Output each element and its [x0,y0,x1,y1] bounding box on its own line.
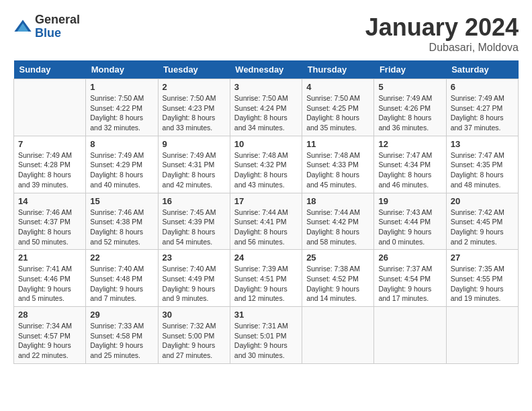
calendar-cell: 16 Sunrise: 7:45 AMSunset: 4:39 PMDaylig… [158,193,230,250]
day-info: Sunrise: 7:41 AMSunset: 4:46 PMDaylight:… [18,264,81,304]
day-info: Sunrise: 7:49 AMSunset: 4:27 PMDaylight:… [451,93,514,133]
day-info: Sunrise: 7:46 AMSunset: 4:37 PMDaylight:… [18,208,81,247]
day-info: Sunrise: 7:32 AMSunset: 5:00 PMDaylight:… [163,321,226,361]
weekday-header: Monday [86,60,158,79]
day-info: Sunrise: 7:40 AMSunset: 4:48 PMDaylight:… [90,264,153,304]
calendar-cell: 2 Sunrise: 7:50 AMSunset: 4:23 PMDayligh… [158,79,230,136]
calendar-cell [446,307,518,364]
calendar-cell [374,307,446,364]
logo-blue: Blue [35,27,80,40]
day-number: 5 [378,82,441,92]
day-info: Sunrise: 7:34 AMSunset: 4:57 PMDaylight:… [18,321,81,361]
calendar-week-row: 1 Sunrise: 7:50 AMSunset: 4:22 PMDayligh… [14,79,519,136]
weekday-header: Friday [374,60,446,79]
title-area: January 2024 Dubasari, Moldova [365,13,519,54]
calendar-cell: 15 Sunrise: 7:46 AMSunset: 4:38 PMDaylig… [86,193,158,250]
calendar-cell: 11 Sunrise: 7:48 AMSunset: 4:33 PMDaylig… [302,136,374,193]
day-number: 30 [163,310,226,320]
day-number: 7 [18,139,81,149]
day-info: Sunrise: 7:49 AMSunset: 4:26 PMDaylight:… [378,93,441,133]
calendar-cell: 30 Sunrise: 7:32 AMSunset: 5:00 PMDaylig… [158,307,230,364]
day-info: Sunrise: 7:35 AMSunset: 4:55 PMDaylight:… [451,264,514,304]
day-number: 25 [306,253,369,263]
day-info: Sunrise: 7:48 AMSunset: 4:33 PMDaylight:… [306,150,369,190]
day-number: 1 [90,82,153,92]
calendar-cell: 7 Sunrise: 7:49 AMSunset: 4:28 PMDayligh… [14,136,86,193]
day-info: Sunrise: 7:44 AMSunset: 4:41 PMDaylight:… [234,208,298,247]
page-header: General Blue January 2024 Dubasari, Mold… [13,13,519,54]
day-number: 20 [451,196,514,206]
weekday-header: Wednesday [230,60,302,79]
day-info: Sunrise: 7:47 AMSunset: 4:34 PMDaylight:… [378,150,441,190]
day-number: 26 [378,253,441,263]
calendar-cell: 17 Sunrise: 7:44 AMSunset: 4:41 PMDaylig… [230,193,302,250]
calendar-cell [302,307,374,364]
calendar-cell: 20 Sunrise: 7:42 AMSunset: 4:45 PMDaylig… [446,193,518,250]
calendar-cell: 26 Sunrise: 7:37 AMSunset: 4:54 PMDaylig… [374,250,446,307]
calendar-cell: 21 Sunrise: 7:41 AMSunset: 4:46 PMDaylig… [14,250,86,307]
calendar-cell: 9 Sunrise: 7:49 AMSunset: 4:31 PMDayligh… [158,136,230,193]
weekday-header: Sunday [14,60,86,79]
day-number: 10 [234,139,298,149]
day-info: Sunrise: 7:43 AMSunset: 4:44 PMDaylight:… [378,208,441,247]
day-number: 29 [90,310,153,320]
day-number: 27 [451,253,514,263]
logo: General Blue [13,13,80,40]
calendar-cell: 22 Sunrise: 7:40 AMSunset: 4:48 PMDaylig… [86,250,158,307]
day-info: Sunrise: 7:39 AMSunset: 4:51 PMDaylight:… [234,264,298,304]
day-number: 13 [451,139,514,149]
day-info: Sunrise: 7:45 AMSunset: 4:39 PMDaylight:… [163,208,226,247]
weekday-header: Saturday [446,60,518,79]
day-number: 3 [234,82,298,92]
calendar-cell: 10 Sunrise: 7:48 AMSunset: 4:32 PMDaylig… [230,136,302,193]
day-info: Sunrise: 7:50 AMSunset: 4:25 PMDaylight:… [306,93,369,133]
calendar-cell: 12 Sunrise: 7:47 AMSunset: 4:34 PMDaylig… [374,136,446,193]
calendar-cell: 31 Sunrise: 7:31 AMSunset: 5:01 PMDaylig… [230,307,302,364]
day-number: 31 [234,310,298,320]
calendar-week-row: 14 Sunrise: 7:46 AMSunset: 4:37 PMDaylig… [14,193,519,250]
day-info: Sunrise: 7:47 AMSunset: 4:35 PMDaylight:… [451,150,514,190]
calendar-cell: 24 Sunrise: 7:39 AMSunset: 4:51 PMDaylig… [230,250,302,307]
calendar-cell: 3 Sunrise: 7:50 AMSunset: 4:24 PMDayligh… [230,79,302,136]
calendar-cell: 8 Sunrise: 7:49 AMSunset: 4:29 PMDayligh… [86,136,158,193]
calendar-cell: 29 Sunrise: 7:33 AMSunset: 4:58 PMDaylig… [86,307,158,364]
calendar-week-row: 28 Sunrise: 7:34 AMSunset: 4:57 PMDaylig… [14,307,519,364]
day-number: 9 [163,139,226,149]
day-number: 12 [378,139,441,149]
calendar-cell: 13 Sunrise: 7:47 AMSunset: 4:35 PMDaylig… [446,136,518,193]
day-info: Sunrise: 7:50 AMSunset: 4:24 PMDaylight:… [234,93,298,133]
day-number: 21 [18,253,81,263]
day-info: Sunrise: 7:49 AMSunset: 4:28 PMDaylight:… [18,150,81,190]
day-number: 16 [163,196,226,206]
calendar-cell: 19 Sunrise: 7:43 AMSunset: 4:44 PMDaylig… [374,193,446,250]
day-number: 28 [18,310,81,320]
day-info: Sunrise: 7:31 AMSunset: 5:01 PMDaylight:… [234,321,298,361]
calendar-week-row: 21 Sunrise: 7:41 AMSunset: 4:46 PMDaylig… [14,250,519,307]
calendar-cell: 27 Sunrise: 7:35 AMSunset: 4:55 PMDaylig… [446,250,518,307]
calendar-table: SundayMondayTuesdayWednesdayThursdayFrid… [13,60,519,364]
day-number: 15 [90,196,153,206]
day-number: 14 [18,196,81,206]
month-title: January 2024 [365,13,519,42]
calendar-cell: 14 Sunrise: 7:46 AMSunset: 4:37 PMDaylig… [14,193,86,250]
calendar-cell: 1 Sunrise: 7:50 AMSunset: 4:22 PMDayligh… [86,79,158,136]
day-number: 22 [90,253,153,263]
day-info: Sunrise: 7:38 AMSunset: 4:52 PMDaylight:… [306,264,369,304]
day-info: Sunrise: 7:50 AMSunset: 4:23 PMDaylight:… [163,93,226,133]
logo-text: General Blue [35,13,80,40]
calendar-cell: 28 Sunrise: 7:34 AMSunset: 4:57 PMDaylig… [14,307,86,364]
calendar-cell: 6 Sunrise: 7:49 AMSunset: 4:27 PMDayligh… [446,79,518,136]
day-info: Sunrise: 7:46 AMSunset: 4:38 PMDaylight:… [90,208,153,247]
day-number: 6 [451,82,514,92]
logo-general: General [35,13,80,27]
day-number: 18 [306,196,369,206]
location: Dubasari, Moldova [365,42,519,54]
weekday-header: Thursday [302,60,374,79]
day-number: 19 [378,196,441,206]
day-number: 23 [163,253,226,263]
weekday-header-row: SundayMondayTuesdayWednesdayThursdayFrid… [14,60,519,79]
day-info: Sunrise: 7:37 AMSunset: 4:54 PMDaylight:… [378,264,441,304]
day-info: Sunrise: 7:40 AMSunset: 4:49 PMDaylight:… [163,264,226,304]
calendar-cell: 18 Sunrise: 7:44 AMSunset: 4:42 PMDaylig… [302,193,374,250]
day-info: Sunrise: 7:42 AMSunset: 4:45 PMDaylight:… [451,208,514,247]
